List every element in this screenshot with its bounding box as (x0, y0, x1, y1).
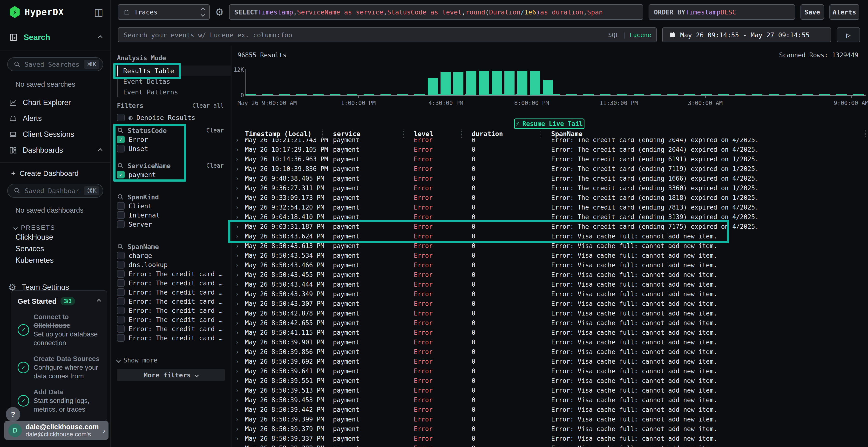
mode-event-patterns[interactable]: Event Patterns (117, 87, 231, 97)
filter-option[interactable]: dns.lookup (117, 260, 231, 269)
checkbox[interactable] (117, 334, 125, 342)
row-expand-chevron[interactable]: › (235, 138, 245, 143)
show-more-link[interactable]: Show more (117, 356, 231, 365)
table-row[interactable]: › May 26 8:50:42.655 PM payment Error 0 … (231, 318, 868, 328)
table-row[interactable]: › May 26 10:10:39.836 PM payment Error 0… (231, 164, 868, 174)
row-expand-chevron[interactable]: › (235, 348, 245, 355)
filter-option[interactable]: Error: The credit card … (117, 324, 231, 333)
row-expand-chevron[interactable]: › (235, 425, 245, 433)
checkbox[interactable] (117, 252, 125, 260)
saved-searches-search[interactable]: ⌘K (7, 57, 103, 71)
table-row[interactable]: › May 26 9:48:38.405 PM payment Error 0 … (231, 174, 868, 183)
saved-searches-input[interactable] (25, 61, 80, 68)
query-language-toggle[interactable]: SQL | Lucene (608, 28, 651, 42)
row-expand-chevron[interactable]: › (235, 329, 245, 336)
table-row[interactable]: › May 26 8:50:42.878 PM payment Error 0 … (231, 309, 868, 318)
table-row[interactable]: › May 26 8:50:39.337 PM payment Error 0 … (231, 434, 868, 443)
table-row[interactable]: › May 26 9:04:18.410 PM payment Error 0 … (231, 212, 868, 222)
row-expand-chevron[interactable]: › (235, 184, 245, 192)
filter-option[interactable]: charge (117, 251, 231, 260)
filter-option[interactable]: Error: The credit card … (117, 297, 231, 306)
table-row[interactable]: › May 26 8:50:43.534 PM payment Error 0 … (231, 251, 868, 260)
row-expand-chevron[interactable]: › (235, 339, 245, 346)
table-row[interactable]: › May 26 8:50:43.624 PM payment Error 0 … (231, 232, 868, 241)
table-row[interactable]: › May 26 9:36:27.311 PM payment Error 0 … (231, 183, 868, 193)
help-button[interactable]: ? (6, 407, 20, 421)
denoise-results-toggle[interactable]: ◐ Denoise Results (117, 113, 231, 122)
row-expand-chevron[interactable]: › (235, 435, 245, 442)
checkbox[interactable] (117, 211, 125, 219)
row-expand-chevron[interactable]: › (235, 377, 245, 384)
table-row[interactable]: › May 26 8:50:39.856 PM payment Error 0 … (231, 347, 868, 357)
sidebar-item-search[interactable]: Search (0, 24, 111, 51)
filter-option[interactable]: Client (117, 201, 231, 210)
row-expand-chevron[interactable]: › (235, 233, 245, 240)
filter-option[interactable]: Error: The credit card … (117, 315, 231, 324)
get-started-item[interactable]: ✓ Connect to ClickHouse Set up your data… (18, 313, 100, 347)
filter-option[interactable]: Internal (117, 210, 231, 220)
table-row[interactable]: › May 26 10:21:21.743 PM payment Error 0… (231, 138, 868, 145)
table-row[interactable]: › May 26 9:32:54.120 PM payment Error 0 … (231, 203, 868, 212)
lucene-toggle[interactable]: Lucene (629, 32, 651, 38)
table-row[interactable]: › May 26 8:50:39.551 PM payment Error 0 … (231, 376, 868, 386)
row-expand-chevron[interactable]: › (235, 242, 245, 249)
row-expand-chevron[interactable]: › (235, 252, 245, 259)
row-expand-chevron[interactable]: › (235, 223, 245, 230)
table-row[interactable]: › May 26 8:50:43.349 PM payment Error 0 … (231, 289, 868, 299)
sql-toggle[interactable]: SQL (608, 32, 619, 38)
checkbox-unchecked[interactable] (117, 114, 125, 122)
chevron-up-icon[interactable] (97, 299, 101, 303)
table-row[interactable]: › May 26 10:17:29.105 PM payment Error 0… (231, 145, 868, 154)
table-row[interactable]: › May 26 8:50:43.307 PM payment Error 0 … (231, 299, 868, 309)
row-expand-chevron[interactable]: › (235, 213, 245, 220)
mode-results-table[interactable]: Results Table (117, 66, 231, 76)
row-expand-chevron[interactable]: › (235, 397, 245, 404)
get-started-item[interactable]: ✓ Create Data Sources Configure where yo… (18, 354, 100, 381)
filter-option[interactable]: Error: The credit card … (117, 333, 231, 342)
row-expand-chevron[interactable]: › (235, 290, 245, 298)
source-select[interactable]: Traces (118, 4, 210, 20)
filter-option[interactable]: Error: The credit card … (117, 269, 231, 278)
row-expand-chevron[interactable]: › (235, 281, 245, 288)
sidebar-item-chart-explorer[interactable]: Chart Explorer (0, 95, 111, 110)
saved-dashboards-input[interactable] (25, 187, 80, 195)
table-row[interactable]: › May 26 8:50:39.901 PM payment Error 0 … (231, 337, 868, 347)
save-button[interactable]: Save (801, 4, 824, 20)
filter-option[interactable]: Server (117, 220, 231, 229)
preset-clickhouse[interactable]: ClickHouse (16, 232, 111, 243)
row-expand-chevron[interactable]: › (235, 368, 245, 375)
row-expand-chevron[interactable]: › (235, 146, 245, 153)
row-expand-chevron[interactable]: › (235, 271, 245, 278)
col-duration[interactable]: duration (467, 130, 546, 138)
preset-kubernetes[interactable]: Kubernetes (16, 254, 111, 266)
orderby-input[interactable]: ORDER BY Timestamp DESC (649, 4, 795, 20)
sql-query-input[interactable]: SELECT Timestamp, ServiceName as service… (229, 4, 643, 20)
preset-services[interactable]: Services (16, 243, 111, 254)
row-expand-chevron[interactable]: › (235, 310, 245, 317)
filter-option[interactable]: Error (117, 135, 231, 144)
column-options-dots[interactable] (865, 130, 866, 137)
filter-option[interactable]: payment (117, 170, 231, 179)
table-row[interactable]: › May 26 8:50:39.453 PM payment Error 0 … (231, 395, 868, 405)
checkbox[interactable] (117, 298, 125, 305)
filter-clear-link[interactable]: Clear (207, 162, 224, 169)
row-expand-chevron[interactable]: › (235, 387, 245, 394)
user-menu[interactable]: D dale@clickhouse.com dale@clickhouse.co… (4, 421, 108, 440)
search-input[interactable] (118, 28, 656, 42)
table-row[interactable]: › May 26 10:14:36.963 PM payment Error 0… (231, 154, 868, 164)
checkbox[interactable] (117, 288, 125, 296)
row-expand-chevron[interactable]: › (235, 262, 245, 269)
row-expand-chevron[interactable]: › (235, 358, 245, 365)
row-expand-chevron[interactable]: › (235, 194, 245, 201)
checkbox[interactable] (117, 307, 125, 314)
filter-option[interactable]: Error: The credit card … (117, 287, 231, 297)
table-row[interactable]: › May 26 8:50:39.513 PM payment Error 0 … (231, 386, 868, 395)
table-row[interactable]: › May 26 8:50:39.298 PM payment Error 0 … (231, 443, 868, 447)
checkbox[interactable] (117, 279, 125, 287)
table-row[interactable]: › May 26 8:50:43.466 PM payment Error 0 … (231, 260, 868, 270)
run-query-button[interactable]: ▷ (837, 28, 860, 42)
create-dashboard-button[interactable]: + Create Dashboard (0, 166, 111, 181)
filter-clear-link[interactable]: Clear (207, 127, 224, 134)
checkbox[interactable] (117, 316, 125, 323)
row-expand-chevron[interactable]: › (235, 300, 245, 307)
